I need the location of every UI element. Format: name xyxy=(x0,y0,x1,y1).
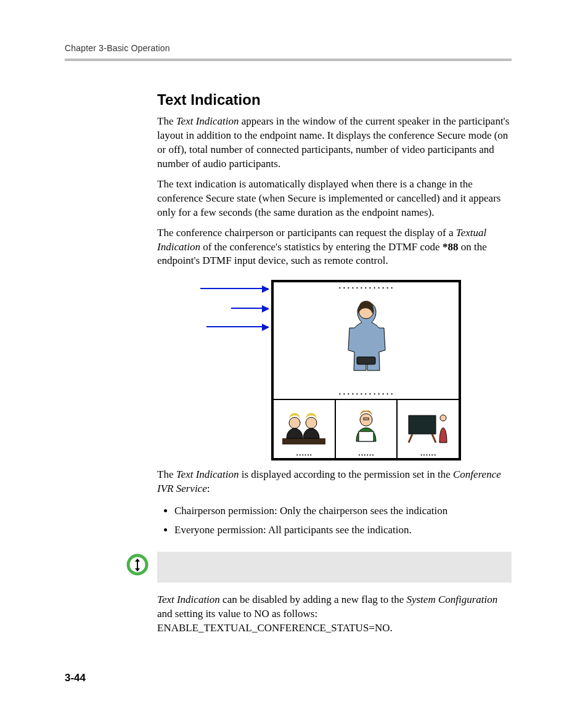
paragraph-3: The conference chairperson or participan… xyxy=(157,226,512,269)
term-text-indication: Text Indication xyxy=(176,115,239,127)
term-text-indication: Text Indication xyxy=(176,469,239,480)
video-layout: • • • • • • • • • • • • • • • • • • • • … xyxy=(271,280,461,460)
text: The conference chairperson or participan… xyxy=(157,227,456,239)
thumbnails-row: • • • • • • • • • • • • xyxy=(274,400,459,458)
text: : xyxy=(207,483,210,494)
thumbnail-caption: • • • • • • xyxy=(336,452,397,457)
arrow-icon xyxy=(206,326,268,327)
svg-line-10 xyxy=(432,434,436,443)
svg-rect-8 xyxy=(409,415,436,434)
svg-rect-7 xyxy=(359,432,374,441)
note-icon xyxy=(126,554,149,576)
paragraph-2: The text indication is automatically dis… xyxy=(157,178,512,220)
thumbnail-cell: • • • • • • xyxy=(274,400,336,458)
arrow-icon xyxy=(200,288,268,289)
main-speaker-cell: • • • • • • • • • • • • • • • • • • • • … xyxy=(274,282,459,400)
list-item: Everyone permission: All participants se… xyxy=(174,522,512,538)
text: The xyxy=(157,115,176,127)
overlay-label: • • • • • • • • • • • • • xyxy=(274,285,459,290)
svg-line-9 xyxy=(409,434,412,443)
dtmf-code: *88 xyxy=(443,241,459,253)
paragraph-5: Text Indication can be disabled by addin… xyxy=(157,593,512,636)
page-number: 3-44 xyxy=(65,672,86,684)
text: of the conference's statistics by enteri… xyxy=(200,241,443,253)
board-illustration xyxy=(404,411,453,448)
bullet-list: Chairperson permission: Only the chairpe… xyxy=(157,502,512,538)
term-system-configuration: System Configuration xyxy=(406,594,497,605)
chapter-header: Chapter 3-Basic Operation xyxy=(65,43,170,53)
arrow-icon xyxy=(231,308,268,309)
list-item: Chairperson permission: Only the chairpe… xyxy=(174,502,512,519)
thumbnail-caption: • • • • • • xyxy=(274,452,335,457)
svg-rect-1 xyxy=(357,357,375,364)
person-illustration xyxy=(338,298,394,384)
svg-point-4 xyxy=(306,417,317,428)
layout-figure: • • • • • • • • • • • • • • • • • • • • … xyxy=(157,277,512,462)
svg-point-11 xyxy=(440,415,446,421)
overlay-label: • • • • • • • • • • • • • xyxy=(274,391,459,396)
paragraph-1: The Text Indication appears in the windo… xyxy=(157,115,512,171)
thumbnail-caption: • • • • • • xyxy=(398,452,459,457)
paragraph-4: The Text Indication is displayed accordi… xyxy=(157,468,512,496)
two-people-illustration xyxy=(279,411,329,448)
section-title: Text Indication xyxy=(157,91,512,108)
note-box xyxy=(157,552,512,583)
thumbnail-cell: • • • • • • xyxy=(398,400,459,458)
term-text-indication: Text Indication xyxy=(157,594,220,605)
thumbnail-cell: • • • • • • xyxy=(336,400,398,458)
presenter-illustration xyxy=(341,411,391,448)
header-rule xyxy=(65,59,512,61)
text: and setting its value to NO as follows: … xyxy=(157,608,393,634)
text: The xyxy=(157,469,176,480)
text: is displayed according to the permission… xyxy=(239,469,454,480)
text: can be disabled by adding a new flag to … xyxy=(220,594,407,605)
svg-point-3 xyxy=(289,417,300,428)
svg-rect-2 xyxy=(282,438,325,444)
